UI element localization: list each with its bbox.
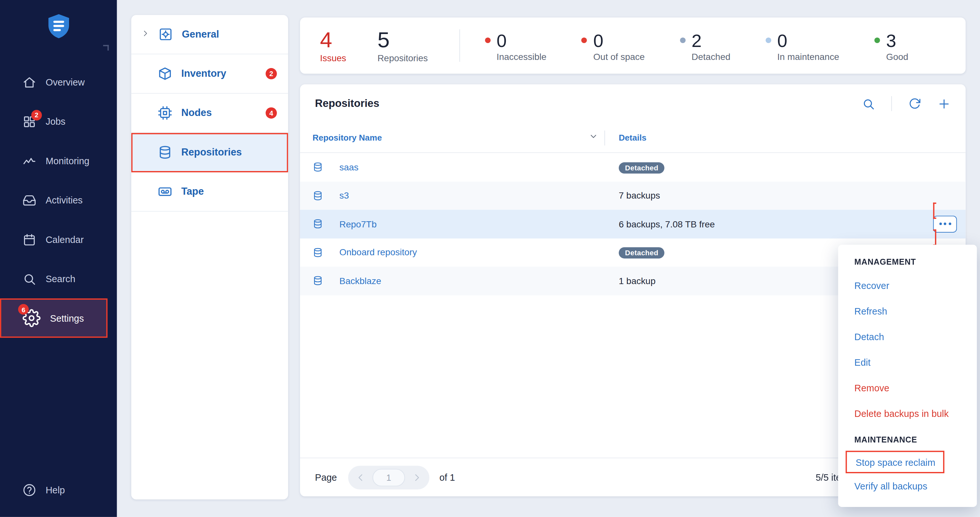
status-dot [874, 38, 880, 43]
sidebar-collapse-handle[interactable] [103, 45, 109, 51]
next-page-button[interactable] [407, 468, 426, 487]
sidebar-item-help[interactable]: Help [0, 470, 117, 509]
panel-title: Repositories [315, 97, 862, 110]
sidebar-item-search[interactable]: Search [0, 259, 117, 298]
nodes-icon [158, 106, 172, 121]
status-badge: Detached [619, 162, 665, 174]
repository-name-link[interactable]: s3 [339, 190, 349, 200]
panel-header: Repositories [300, 84, 966, 123]
menu-section-management: MANAGEMENT [838, 257, 977, 266]
table-row-selected[interactable]: Repo7Tb 6 backups, 7.08 TB free [300, 210, 966, 238]
add-repository-icon[interactable] [937, 97, 950, 110]
menu-item-delete-backups-in-bulk[interactable]: Delete backups in bulk [838, 401, 977, 426]
stat-value: 0 [777, 30, 788, 51]
sidebar-item-settings[interactable]: 6 Settings [0, 298, 107, 338]
repository-name-link[interactable]: saas [339, 162, 359, 172]
search-icon[interactable] [862, 97, 875, 110]
stat-out-of-space: 0 Out of space [581, 30, 645, 62]
chevron-right-icon [142, 29, 150, 40]
sidebar-item-label: Search [46, 273, 76, 284]
repository-details: 7 backups [619, 190, 660, 200]
menu-item-remove[interactable]: Remove [838, 375, 977, 401]
stat-value: 3 [886, 30, 896, 51]
repository-stats-card: 4 Issues 5 Repositories 0 Inaccessible 0… [300, 17, 966, 73]
sidebar-item-overview[interactable]: Overview [0, 62, 117, 102]
sidebar-item-label: Help [46, 485, 65, 495]
status-dot [680, 38, 685, 43]
row-ellipsis-menu-button[interactable] [933, 216, 957, 232]
repository-name-link[interactable]: Repo7Tb [339, 219, 377, 229]
sort-chevron-down-icon[interactable] [589, 132, 598, 144]
repository-icon [313, 190, 323, 201]
stat-label: Inaccessible [496, 51, 546, 62]
panel-actions [862, 96, 951, 111]
sidebar-item-label: Activities [46, 195, 83, 205]
column-header-name[interactable]: Repository Name [313, 133, 382, 143]
menu-item-verify-all-backups[interactable]: Verify all backups [838, 473, 977, 499]
sidebar-item-label: Jobs [46, 116, 65, 127]
menu-item-recover[interactable]: Recover [838, 273, 977, 298]
subnav-item-label: General [182, 29, 277, 40]
page-of-label: of 1 [439, 472, 455, 483]
page-number-input[interactable]: 1 [372, 468, 405, 486]
previous-page-button[interactable] [351, 468, 370, 487]
column-header-details[interactable]: Details [619, 133, 646, 143]
stat-inaccessible: 0 Inaccessible [485, 30, 546, 62]
refresh-icon[interactable] [908, 97, 921, 110]
stat-label: Detached [692, 51, 730, 62]
subnav-item-general[interactable]: General [131, 15, 288, 54]
tape-icon [158, 184, 172, 199]
sidebar-item-activities[interactable]: Activities [0, 181, 117, 220]
primary-nav: Overview 2 Jobs Monitoring Activit [0, 62, 117, 338]
menu-item-detach[interactable]: Detach [838, 324, 977, 349]
repository-name-link[interactable]: Onboard repository [339, 247, 417, 257]
repository-context-menu: MANAGEMENT Recover Refresh Detach Edit R… [838, 245, 977, 507]
divider [891, 96, 892, 111]
repository-details: 6 backups, 7.08 TB free [619, 219, 715, 229]
repository-details: 1 backup [619, 276, 655, 286]
settings-count-badge: 6 [18, 304, 29, 315]
app-logo[interactable] [45, 13, 73, 40]
subnav-item-inventory[interactable]: Inventory 2 [131, 54, 288, 94]
repository-name-link[interactable]: Backblaze [339, 276, 381, 286]
stat-label: Issues [320, 53, 346, 63]
sidebar-item-calendar[interactable]: Calendar [0, 220, 117, 259]
stat-value: 0 [593, 30, 603, 51]
stat-value: 2 [692, 30, 702, 51]
nodes-count-badge: 4 [266, 107, 277, 119]
subnav-item-label: Tape [181, 186, 277, 197]
divider [459, 30, 460, 62]
repository-icon [313, 247, 323, 258]
status-dot [765, 38, 771, 43]
settings-subnav: General Inventory 2 Nodes 4 Repositories… [131, 15, 288, 500]
home-icon [22, 75, 36, 89]
menu-item-edit[interactable]: Edit [838, 349, 977, 375]
menu-item-stop-space-reclaim[interactable]: Stop space reclaim [847, 452, 943, 472]
table-header: Repository Name Details [300, 123, 966, 153]
general-settings-icon [158, 27, 173, 42]
repository-icon [313, 162, 323, 173]
subnav-item-tape[interactable]: Tape [131, 172, 288, 211]
sidebar-item-jobs[interactable]: 2 Jobs [0, 102, 117, 141]
app-window: Overview 2 Jobs Monitoring Activit [0, 0, 980, 517]
subnav-item-label: Nodes [181, 107, 257, 119]
table-row[interactable]: s3 7 backups [300, 181, 966, 210]
inventory-count-badge: 2 [266, 68, 277, 79]
activities-icon [22, 193, 36, 207]
stat-in-maintenance: 0 In maintenance [765, 30, 839, 62]
search-icon [22, 272, 36, 285]
gear-icon: 6 [22, 309, 41, 327]
subnav-item-repositories[interactable]: Repositories [131, 133, 288, 172]
sidebar-item-monitoring[interactable]: Monitoring [0, 141, 117, 181]
stat-issues: 4 Issues [320, 28, 346, 63]
menu-item-refresh[interactable]: Refresh [838, 298, 977, 324]
stat-good: 3 Good [874, 30, 908, 62]
menu-section-maintenance: MAINTENANCE [838, 435, 977, 444]
subnav-item-label: Repositories [181, 147, 277, 158]
subnav-item-nodes[interactable]: Nodes 4 [131, 94, 288, 133]
status-dot [485, 38, 490, 43]
stat-label: Out of space [593, 51, 645, 62]
repositories-icon [158, 145, 172, 160]
subnav-item-label: Inventory [181, 68, 257, 79]
table-row[interactable]: saas Detached [300, 153, 966, 181]
